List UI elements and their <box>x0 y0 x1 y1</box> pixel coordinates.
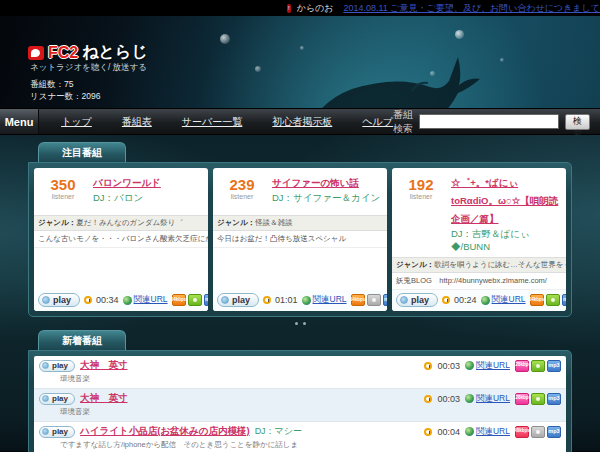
new-programs-list: play 大神 英寸 00:03 関連URL 128kbps mp3 <box>34 356 566 452</box>
stream-status-icon[interactable] <box>367 294 381 306</box>
program-subtext: ですますな話し方/iphoneから配信 そのとき思うことを静かに話しま <box>34 439 566 452</box>
nav-help[interactable]: ヘルプ <box>362 115 393 129</box>
globe-icon <box>302 296 311 305</box>
bitrate-badge[interactable]: 128kbps <box>515 393 529 405</box>
play-button[interactable]: play <box>39 426 75 438</box>
search-button[interactable]: 検索 <box>565 114 590 130</box>
clock-icon <box>424 395 432 403</box>
carousel-dot[interactable] <box>303 322 306 325</box>
play-button[interactable]: play <box>39 360 75 372</box>
format-badge[interactable]: mp3 <box>204 294 208 306</box>
play-button[interactable]: play <box>39 393 75 405</box>
globe-icon <box>481 296 490 305</box>
listeners-count: リスナー数：2096 <box>30 91 101 103</box>
format-badge[interactable]: mp3 <box>562 294 566 306</box>
format-badge[interactable]: mp3 <box>547 360 561 372</box>
fc2-logo-text: FC2 <box>48 44 78 62</box>
logo[interactable]: FC2 ねとらじ <box>28 42 148 63</box>
related-url-link[interactable]: 関連URL <box>302 294 347 306</box>
broadcast-time: 00:03 <box>437 361 460 371</box>
related-url-link[interactable]: 関連URL <box>465 426 510 438</box>
bitrate-badge[interactable]: 48kbps <box>515 426 529 438</box>
menu-bar: Menu トップ 番組表 サーバー一覧 初心者掲示板 ヘルプ 番組検索 検索 <box>0 108 600 135</box>
program-title-link[interactable]: ☆゜+。*ばにぃtoRαdiO。ω○☆【唄朗読企画／篇】 <box>451 177 558 224</box>
nav-program-table[interactable]: 番組表 <box>122 115 152 129</box>
stream-status-icon[interactable] <box>531 393 545 405</box>
search-area: 番組検索 検索 <box>393 109 600 134</box>
nav-server-list[interactable]: サーバー一覧 <box>182 115 242 129</box>
dj-name: DJ：バロン <box>93 192 204 205</box>
bubble-decoration <box>220 34 230 44</box>
site-header: FC2 ねとらじ ネットラジオを聴く/ 放送する 番組数：75 リスナー数：20… <box>0 16 600 108</box>
broadcast-time: 00:04 <box>437 427 460 437</box>
dj-name: DJ：サイファー＆カイン <box>272 192 383 205</box>
play-button[interactable]: play <box>217 293 259 307</box>
play-button[interactable]: play <box>38 293 80 307</box>
listener-count: 192 listener <box>396 172 446 254</box>
stream-status-icon[interactable] <box>531 426 545 438</box>
program-card: 239 listener サイファーの怖い話 DJ：サイファー＆カイン ジャンル… <box>213 168 387 311</box>
related-url-link[interactable]: 関連URL <box>481 294 526 306</box>
program-subtext: 環境音楽 <box>34 406 566 421</box>
clock-icon <box>424 362 432 370</box>
programs-count: 番組数：75 <box>30 79 73 91</box>
genre-line: ジャンル：怪談＆雑談 <box>213 215 387 231</box>
new-programs-panel: play 大神 英寸 00:03 関連URL 128kbps mp3 <box>28 350 572 452</box>
program-title-link[interactable]: 大神 英寸 <box>80 359 128 372</box>
globe-icon <box>465 427 474 436</box>
stream-status-icon[interactable] <box>188 294 202 306</box>
play-icon <box>42 395 49 402</box>
globe-icon <box>465 394 474 403</box>
announcement-link[interactable]: 2014.08.11 ご意見・ご要望、及び、お問い合わせにつきまして <box>343 2 600 15</box>
carousel-dot[interactable] <box>295 322 298 325</box>
format-badge[interactable]: mp3 <box>547 393 561 405</box>
nav-beginner-board[interactable]: 初心者掲示板 <box>272 115 332 129</box>
bitrate-badge[interactable]: 64kbps <box>172 294 186 306</box>
broadcast-time: 00:03 <box>437 394 460 404</box>
broadcast-time: 00:34 <box>96 295 119 305</box>
menu-chip: Menu <box>0 109 39 134</box>
program-title-link[interactable]: バロンワールド <box>93 177 161 188</box>
bitrate-badge[interactable]: 64kbps <box>530 294 544 306</box>
featured-cards: 350 listener バロンワールド DJ：バロン ジャンル：夏だ！みんなの… <box>34 168 566 311</box>
radio-icon: ! <box>287 4 291 13</box>
program-title-link[interactable]: 大神 英寸 <box>80 392 128 405</box>
stream-status-icon[interactable] <box>546 294 560 306</box>
tagline: ネットラジオを聴く/ 放送する <box>30 62 147 74</box>
site-name: ねとらじ <box>82 42 148 63</box>
play-icon <box>42 428 49 435</box>
main-content: 注目番組 350 listener バロンワールド DJ：バロン <box>0 135 600 451</box>
clock-icon <box>424 428 432 436</box>
clock-icon <box>263 296 271 304</box>
dj-name: DJ：マシー <box>255 425 302 438</box>
list-item: play 大神 英寸 00:03 関連URL 128kbps mp3 <box>34 356 566 389</box>
globe-icon <box>465 361 474 370</box>
bitrate-badge[interactable]: 64kbps <box>351 294 365 306</box>
tab-featured-programs[interactable]: 注目番組 <box>38 142 126 162</box>
related-url-link[interactable]: 関連URL <box>465 393 510 405</box>
dj-name: DJ：吉野＆ばにぃ ◆/BUNN <box>451 228 562 254</box>
stream-status-icon[interactable] <box>531 360 545 372</box>
menu-links: トップ 番組表 サーバー一覧 初心者掲示板 ヘルプ <box>39 109 393 134</box>
program-subtext: 環境音楽 <box>34 373 566 388</box>
format-badge[interactable]: mp3 <box>547 426 561 438</box>
bubble-decoration <box>455 30 464 39</box>
clock-icon <box>442 296 450 304</box>
related-url-link[interactable]: 関連URL <box>465 360 510 372</box>
search-input[interactable] <box>419 114 559 129</box>
play-button[interactable]: play <box>396 293 438 307</box>
nav-top[interactable]: トップ <box>61 115 92 129</box>
genre-line: ジャンル：歌詞を唄うように詠む…そんな世界をください VOL7 <box>392 257 566 273</box>
format-badge[interactable]: mp3 <box>383 294 387 306</box>
program-description: 今日はお盆だ！凸待ち放送スペシャル <box>213 231 387 248</box>
related-url-link[interactable]: 関連URL <box>123 294 168 306</box>
whale-illustration <box>292 47 482 108</box>
program-title-link[interactable]: サイファーの怖い話 <box>272 177 359 188</box>
search-label: 番組検索 <box>393 108 413 136</box>
tab-new-programs[interactable]: 新着番組 <box>38 330 126 350</box>
program-title-link[interactable]: ハイライト小品店(お盆休みの店内模様) <box>80 425 250 438</box>
list-item: play ハイライト小品店(お盆休みの店内模様) DJ：マシー 00:04 関連… <box>34 422 566 452</box>
broadcast-time: 01:01 <box>275 295 298 305</box>
bitrate-badge[interactable]: 128kbps <box>515 360 529 372</box>
featured-panel: 350 listener バロンワールド DJ：バロン ジャンル：夏だ！みんなの… <box>28 162 572 317</box>
